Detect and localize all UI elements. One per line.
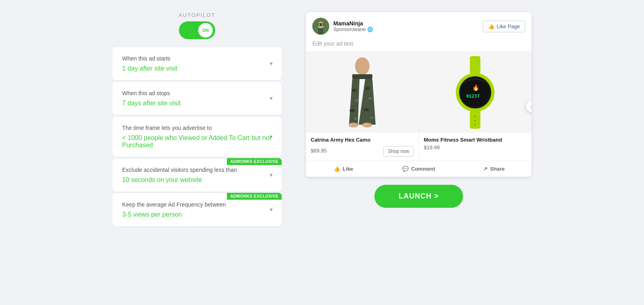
when-starts-label: When this ad starts — [122, 55, 272, 62]
svg-point-12 — [349, 109, 355, 112]
fb-sponsored: Sponsorowane 🌐 — [333, 27, 373, 32]
share-action-button[interactable]: ↗ Share — [456, 163, 532, 175]
leggings-product-name: Catrina Army Hex Camo — [311, 137, 414, 143]
fb-product-watch: 🔥 01237 › Moms Fitness Smart Wristband $… — [419, 52, 532, 161]
svg-rect-9 — [352, 74, 372, 79]
watch-product-price: $19.99 — [424, 144, 527, 150]
fb-page-name: MamaNinja — [333, 20, 373, 27]
ad-frequency-dropdown-arrow[interactable]: ▼ — [269, 207, 274, 213]
autopilot-label: AUTOPILOT — [179, 12, 215, 18]
comment-action-button[interactable]: 💬 Comment — [381, 163, 457, 175]
launch-button[interactable]: LAUNCH > — [374, 185, 463, 208]
exclude-visitors-dropdown-arrow[interactable]: ▼ — [269, 172, 274, 178]
time-frame-value: < 1000 people who Viewed or Added To Car… — [122, 134, 272, 149]
launch-section: LAUNCH > — [306, 185, 532, 208]
like-page-button[interactable]: 👍 Like Page — [483, 21, 525, 32]
fb-ad-preview: MamaNinja Sponsorowane 🌐 👍 Like Page Edi… — [306, 12, 532, 177]
when-stops-dropdown-arrow[interactable]: ▼ — [269, 96, 274, 101]
like-action-button[interactable]: 👍 Like — [306, 163, 381, 175]
svg-rect-20 — [350, 124, 352, 125]
svg-point-17 — [370, 117, 373, 119]
svg-point-29 — [461, 78, 490, 107]
svg-point-25 — [474, 120, 476, 121]
svg-point-18 — [349, 123, 358, 127]
when-starts-card: When this ad starts 1 day after site vis… — [112, 47, 282, 80]
svg-point-11 — [355, 99, 359, 102]
svg-text:🔥: 🔥 — [472, 84, 480, 91]
ad-frequency-label: Keep the average Ad Frequency between — [122, 201, 272, 208]
frequency-exclusive-badge: ADMONKS EXCLUSIVE — [227, 193, 282, 200]
when-starts-value: 1 day after site visit — [122, 65, 272, 72]
svg-text:01237: 01237 — [466, 94, 480, 99]
svg-point-26 — [474, 124, 476, 125]
left-panel: AUTOPILOT ON When this ad starts 1 day a… — [112, 12, 282, 228]
svg-rect-7 — [318, 28, 323, 34]
watch-product-info: Moms Fitness Smart Wristband $19.99 — [419, 133, 532, 155]
svg-point-24 — [474, 116, 476, 117]
exclude-exclusive-badge: ADMONKS EXCLUSIVE — [227, 158, 282, 165]
time-frame-dropdown-arrow[interactable]: ▼ — [269, 134, 274, 140]
exclude-visitors-label: Exclude accidental visitors spending les… — [122, 167, 272, 173]
fb-header: MamaNinja Sponsorowane 🌐 👍 Like Page — [306, 12, 532, 40]
leggings-product-info: Catrina Army Hex Camo $89.95 Shop now — [306, 133, 419, 161]
svg-point-19 — [362, 123, 372, 127]
autopilot-section: AUTOPILOT ON — [112, 12, 282, 39]
svg-point-10 — [352, 89, 357, 92]
svg-rect-23 — [470, 111, 480, 129]
svg-point-13 — [354, 117, 357, 120]
globe-icon: 🌐 — [367, 27, 373, 32]
autopilot-toggle[interactable]: ON — [179, 21, 215, 39]
fb-header-left: MamaNinja Sponsorowane 🌐 — [312, 18, 373, 35]
when-stops-card: When this ad stops 7 days after site vis… — [112, 82, 282, 115]
when-stops-value: 7 days after site visit — [122, 100, 272, 107]
svg-point-16 — [364, 108, 369, 111]
svg-point-5 — [319, 24, 320, 25]
page-container: AUTOPILOT ON When this ad starts 1 day a… — [80, 12, 564, 228]
when-stops-label: When this ad stops — [122, 90, 272, 96]
fb-products-row: Catrina Army Hex Camo $89.95 Shop now — [306, 52, 532, 161]
fb-product-leggings: Catrina Army Hex Camo $89.95 Shop now — [306, 52, 419, 161]
comment-action-icon: 💬 — [402, 166, 409, 172]
svg-point-6 — [322, 24, 323, 25]
right-panel: MamaNinja Sponsorowane 🌐 👍 Like Page Edi… — [306, 12, 532, 228]
avatar — [312, 18, 329, 35]
like-action-icon: 👍 — [334, 166, 340, 172]
exclude-visitors-card: ADMONKS EXCLUSIVE Exclude accidental vis… — [112, 159, 282, 192]
svg-rect-21 — [364, 124, 366, 125]
ad-frequency-card: ADMONKS EXCLUSIVE Keep the average Ad Fr… — [112, 193, 282, 226]
watch-product-image: 🔥 01237 — [419, 52, 532, 133]
ad-frequency-value: 3-5 views per person — [122, 211, 272, 218]
leggings-product-image — [306, 52, 419, 133]
thumb-up-icon: 👍 — [488, 23, 494, 29]
fb-actions: 👍 Like 💬 Comment ↗ Share — [306, 161, 532, 177]
svg-point-14 — [365, 87, 370, 90]
toggle-knob: ON — [198, 23, 213, 38]
leggings-product-price: $89.95 — [311, 148, 327, 154]
time-frame-card: The time frame lets you advertise to < 1… — [112, 117, 282, 157]
share-action-icon: ↗ — [483, 166, 488, 172]
when-starts-dropdown-arrow[interactable]: ▼ — [269, 61, 274, 67]
watch-product-name: Moms Fitness Smart Wristband — [424, 137, 527, 143]
fb-page-info: MamaNinja Sponsorowane 🌐 — [333, 20, 373, 32]
exclude-visitors-value: 10 seconds on your website — [122, 176, 272, 184]
time-frame-label: The time frame lets you advertise to — [122, 125, 272, 131]
svg-point-8 — [355, 57, 370, 75]
svg-rect-22 — [470, 56, 480, 74]
svg-point-15 — [368, 97, 372, 100]
fb-ad-text[interactable]: Edit your ad text. — [306, 40, 532, 52]
leggings-shop-now-button[interactable]: Shop now — [383, 146, 413, 157]
